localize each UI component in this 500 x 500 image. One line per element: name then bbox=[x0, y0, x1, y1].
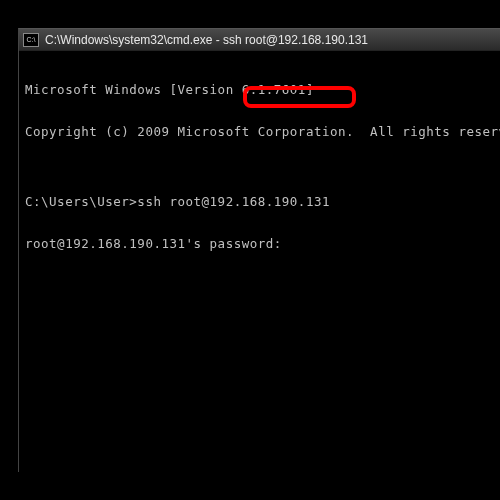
cmd-window: C:\Windows\system32\cmd.exe - ssh root@1… bbox=[18, 28, 500, 472]
password-prompt: root@192.168.190.131's password: bbox=[25, 237, 494, 251]
terminal-line: Copyright (c) 2009 Microsoft Corporation… bbox=[25, 125, 494, 139]
titlebar[interactable]: C:\Windows\system32\cmd.exe - ssh root@1… bbox=[19, 29, 500, 51]
window-title: C:\Windows\system32\cmd.exe - ssh root@1… bbox=[45, 33, 368, 47]
terminal-area[interactable]: Microsoft Windows [Version 6.1.7601] Cop… bbox=[19, 51, 500, 283]
terminal-line: C:\Users\User>ssh root@192.168.190.131 bbox=[25, 195, 494, 209]
terminal-line: Microsoft Windows [Version 6.1.7601] bbox=[25, 83, 494, 97]
cmd-icon bbox=[23, 33, 39, 47]
